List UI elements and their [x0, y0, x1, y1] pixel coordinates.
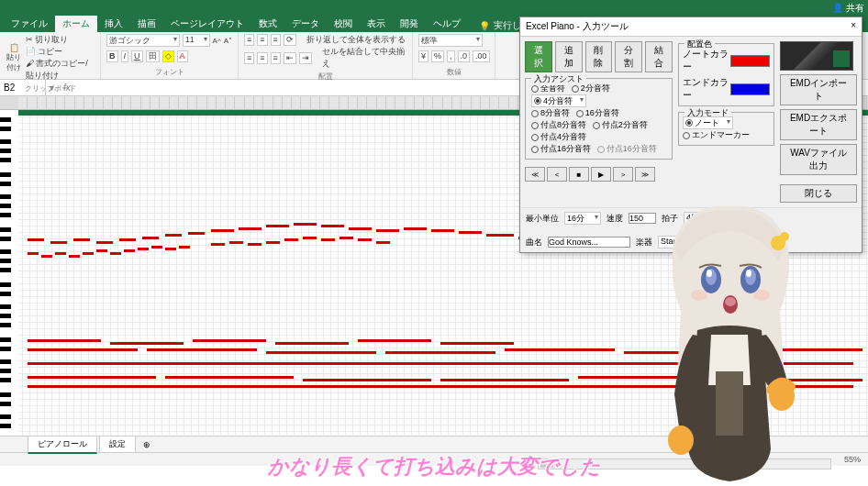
col-header[interactable] — [472, 96, 481, 109]
note[interactable] — [358, 238, 372, 241]
note[interactable] — [376, 229, 399, 232]
note[interactable] — [147, 348, 257, 351]
note[interactable] — [110, 342, 184, 345]
play-button[interactable]: ▶ — [591, 167, 611, 182]
note[interactable] — [151, 246, 162, 249]
note[interactable] — [303, 237, 317, 239]
col-header[interactable] — [170, 96, 179, 109]
note[interactable] — [28, 348, 138, 351]
col-header[interactable] — [263, 96, 273, 109]
bold-button[interactable]: B — [106, 50, 118, 62]
note[interactable] — [358, 339, 431, 342]
tab-file[interactable]: ファイル — [4, 16, 55, 32]
select-all[interactable] — [0, 96, 18, 109]
note[interactable] — [440, 379, 569, 381]
note[interactable] — [28, 362, 853, 365]
note[interactable] — [138, 248, 149, 250]
border-button[interactable]: 田 — [146, 50, 160, 62]
note[interactable] — [321, 225, 344, 227]
stop-button[interactable]: ■ — [569, 167, 589, 182]
op-add[interactable]: 追加 — [555, 41, 583, 72]
col-header[interactable] — [65, 96, 74, 109]
note[interactable] — [284, 238, 298, 241]
col-header[interactable] — [217, 96, 226, 109]
note[interactable] — [50, 241, 67, 244]
sheet-tab-pianoroll[interactable]: ピアノロール — [28, 436, 97, 454]
col-header[interactable] — [301, 96, 310, 109]
emd-export-button[interactable]: EMDエクスポート — [780, 109, 857, 140]
col-header[interactable] — [292, 96, 301, 109]
col-header[interactable] — [254, 96, 263, 109]
close-icon[interactable]: × — [851, 20, 856, 33]
note[interactable] — [211, 243, 225, 246]
end-color-swatch[interactable] — [730, 83, 770, 95]
col-header[interactable] — [188, 96, 197, 109]
note-color-swatch[interactable] — [730, 55, 770, 67]
note[interactable] — [28, 376, 156, 379]
radio-dot2[interactable]: 付点2分音符 — [593, 119, 648, 131]
col-header[interactable] — [499, 96, 508, 109]
fx-icon[interactable]: fx — [58, 83, 76, 93]
note[interactable] — [83, 252, 94, 255]
col-header[interactable] — [311, 96, 320, 109]
radio-eighth[interactable]: 8分音符 — [531, 107, 570, 119]
note[interactable] — [266, 241, 280, 244]
font-color[interactable]: A — [177, 50, 188, 62]
note[interactable] — [248, 243, 262, 246]
dec-decimal-icon[interactable]: .00 — [473, 50, 490, 62]
currency-icon[interactable]: ¥ — [418, 50, 428, 62]
col-header[interactable] — [490, 96, 499, 109]
note[interactable] — [193, 339, 266, 342]
italic-button[interactable]: I — [121, 50, 129, 62]
col-header[interactable] — [433, 96, 442, 109]
wrap-text[interactable]: 折り返して全体を表示する — [306, 34, 406, 46]
dialog-title[interactable]: Excel Piano - 入力ツール× — [520, 17, 862, 37]
mode-note[interactable]: ノート — [683, 116, 733, 129]
note[interactable] — [96, 241, 113, 244]
note[interactable] — [505, 348, 615, 351]
radio-dote[interactable]: 付点8分音符 — [531, 119, 586, 131]
note[interactable] — [69, 255, 80, 258]
op-join[interactable]: 結合 — [645, 41, 673, 72]
name-box[interactable]: B2 — [0, 80, 46, 95]
col-header[interactable] — [481, 96, 490, 109]
note[interactable] — [716, 379, 862, 381]
cut-button[interactable]: ✂ 切り取り — [26, 34, 95, 46]
col-header[interactable] — [283, 96, 292, 109]
col-header[interactable] — [104, 96, 113, 109]
note[interactable] — [110, 252, 121, 255]
note[interactable] — [55, 252, 66, 255]
indent-dec-icon[interactable]: ⇤ — [284, 52, 296, 64]
note[interactable] — [188, 232, 205, 235]
col-header[interactable] — [150, 96, 160, 109]
note[interactable] — [266, 351, 376, 354]
col-header[interactable] — [84, 96, 94, 109]
align-bot-icon[interactable]: ≡ — [271, 34, 281, 46]
col-header[interactable] — [395, 96, 405, 109]
tab-insert[interactable]: 挿入 — [97, 16, 130, 32]
align-top-icon[interactable]: ≡ — [244, 34, 254, 46]
col-header[interactable] — [47, 96, 56, 109]
col-header[interactable] — [273, 96, 283, 109]
note[interactable] — [239, 227, 262, 230]
note[interactable] — [73, 238, 90, 241]
note[interactable] — [28, 385, 853, 388]
note[interactable] — [376, 241, 390, 244]
col-header[interactable] — [18, 96, 28, 109]
col-header[interactable] — [406, 96, 415, 109]
next-button[interactable]: > — [613, 167, 633, 182]
col-header[interactable] — [245, 96, 254, 109]
note[interactable] — [431, 229, 454, 232]
op-delete[interactable]: 削除 — [585, 41, 613, 72]
ffwd-button[interactable]: ≫ — [635, 167, 655, 182]
col-header[interactable] — [509, 96, 518, 109]
col-header[interactable] — [38, 96, 47, 109]
note[interactable] — [459, 231, 482, 234]
radio-dots[interactable]: 付点16分音符 — [531, 143, 591, 155]
note[interactable] — [303, 379, 431, 381]
new-sheet-icon[interactable]: ⊕ — [138, 438, 156, 451]
indent-inc-icon[interactable]: ⇥ — [299, 52, 312, 64]
note[interactable] — [266, 225, 289, 227]
tab-help[interactable]: ヘルプ — [426, 16, 468, 32]
col-header[interactable] — [443, 96, 452, 109]
